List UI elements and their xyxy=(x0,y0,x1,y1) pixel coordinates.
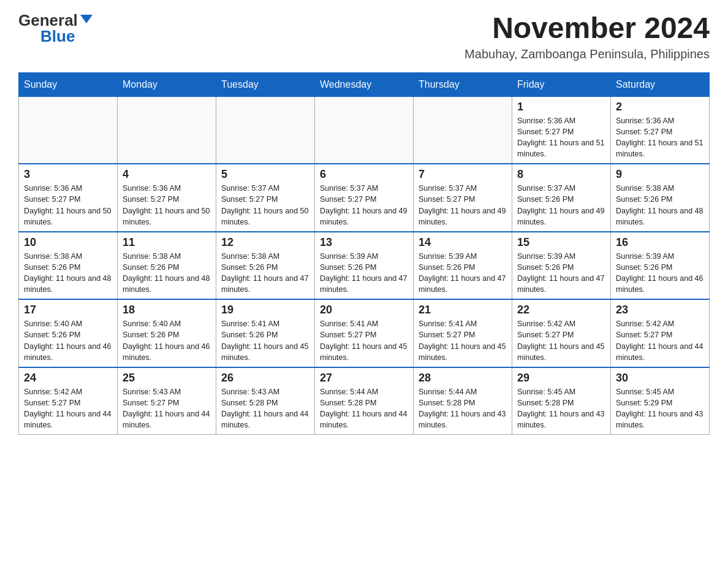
calendar-cell: 28Sunrise: 5:44 AM Sunset: 5:28 PM Dayli… xyxy=(414,367,512,435)
calendar-cell: 21Sunrise: 5:41 AM Sunset: 5:27 PM Dayli… xyxy=(414,299,512,367)
day-number: 3 xyxy=(24,168,112,181)
day-number: 5 xyxy=(221,168,309,181)
page-header: General Blue November 2024 Mabuhay, Zamb… xyxy=(18,12,710,61)
column-header-thursday: Thursday xyxy=(414,72,512,96)
column-header-monday: Monday xyxy=(118,72,216,96)
calendar-cell: 7Sunrise: 5:37 AM Sunset: 5:27 PM Daylig… xyxy=(414,164,512,232)
calendar-cell: 1Sunrise: 5:36 AM Sunset: 5:27 PM Daylig… xyxy=(512,96,611,164)
calendar-cell: 25Sunrise: 5:43 AM Sunset: 5:27 PM Dayli… xyxy=(118,367,216,435)
column-header-wednesday: Wednesday xyxy=(315,72,414,96)
day-number: 6 xyxy=(320,168,408,181)
day-info: Sunrise: 5:36 AM Sunset: 5:27 PM Dayligh… xyxy=(616,115,704,160)
calendar-cell: 3Sunrise: 5:36 AM Sunset: 5:27 PM Daylig… xyxy=(19,164,118,232)
calendar-cell: 24Sunrise: 5:42 AM Sunset: 5:27 PM Dayli… xyxy=(19,367,118,435)
logo-triangle-icon xyxy=(80,15,93,23)
day-number: 23 xyxy=(616,304,704,316)
calendar-cell: 4Sunrise: 5:36 AM Sunset: 5:27 PM Daylig… xyxy=(118,164,216,232)
day-info: Sunrise: 5:37 AM Sunset: 5:26 PM Dayligh… xyxy=(517,183,605,228)
day-number: 9 xyxy=(616,168,704,181)
calendar-cell xyxy=(19,96,118,164)
day-info: Sunrise: 5:42 AM Sunset: 5:27 PM Dayligh… xyxy=(517,318,605,363)
calendar-cell xyxy=(315,96,414,164)
day-info: Sunrise: 5:42 AM Sunset: 5:27 PM Dayligh… xyxy=(616,318,704,363)
calendar-cell: 17Sunrise: 5:40 AM Sunset: 5:26 PM Dayli… xyxy=(19,299,118,367)
calendar-cell xyxy=(118,96,216,164)
day-number: 10 xyxy=(24,236,112,249)
calendar-cell: 18Sunrise: 5:40 AM Sunset: 5:26 PM Dayli… xyxy=(118,299,216,367)
day-info: Sunrise: 5:41 AM Sunset: 5:26 PM Dayligh… xyxy=(221,318,309,363)
day-number: 25 xyxy=(123,372,211,385)
calendar-cell: 30Sunrise: 5:45 AM Sunset: 5:29 PM Dayli… xyxy=(611,367,710,435)
calendar-week-row: 24Sunrise: 5:42 AM Sunset: 5:27 PM Dayli… xyxy=(19,367,710,435)
day-info: Sunrise: 5:39 AM Sunset: 5:26 PM Dayligh… xyxy=(419,251,507,296)
calendar-cell: 23Sunrise: 5:42 AM Sunset: 5:27 PM Dayli… xyxy=(611,299,710,367)
day-number: 4 xyxy=(123,168,211,181)
day-info: Sunrise: 5:39 AM Sunset: 5:26 PM Dayligh… xyxy=(616,251,704,296)
day-number: 30 xyxy=(616,372,704,385)
day-info: Sunrise: 5:40 AM Sunset: 5:26 PM Dayligh… xyxy=(123,318,211,363)
day-number: 27 xyxy=(320,372,408,385)
calendar-cell: 27Sunrise: 5:44 AM Sunset: 5:28 PM Dayli… xyxy=(315,367,414,435)
day-number: 16 xyxy=(616,236,704,249)
day-number: 26 xyxy=(221,372,309,385)
calendar-cell: 22Sunrise: 5:42 AM Sunset: 5:27 PM Dayli… xyxy=(512,299,611,367)
day-number: 19 xyxy=(221,304,309,316)
calendar-cell: 2Sunrise: 5:36 AM Sunset: 5:27 PM Daylig… xyxy=(611,96,710,164)
day-info: Sunrise: 5:43 AM Sunset: 5:27 PM Dayligh… xyxy=(123,386,211,431)
calendar-table: SundayMondayTuesdayWednesdayThursdayFrid… xyxy=(18,72,710,435)
day-number: 2 xyxy=(616,101,704,113)
day-info: Sunrise: 5:41 AM Sunset: 5:27 PM Dayligh… xyxy=(419,318,507,363)
day-info: Sunrise: 5:39 AM Sunset: 5:26 PM Dayligh… xyxy=(320,251,408,296)
calendar-header-row: SundayMondayTuesdayWednesdayThursdayFrid… xyxy=(19,72,710,96)
day-number: 20 xyxy=(320,304,408,316)
title-section: November 2024 Mabuhay, Zamboanga Peninsu… xyxy=(464,12,710,61)
day-number: 14 xyxy=(419,236,507,249)
calendar-week-row: 3Sunrise: 5:36 AM Sunset: 5:27 PM Daylig… xyxy=(19,164,710,232)
calendar-cell: 11Sunrise: 5:38 AM Sunset: 5:26 PM Dayli… xyxy=(118,232,216,300)
calendar-cell: 9Sunrise: 5:38 AM Sunset: 5:26 PM Daylig… xyxy=(611,164,710,232)
day-number: 11 xyxy=(123,236,211,249)
day-number: 28 xyxy=(419,372,507,385)
day-info: Sunrise: 5:44 AM Sunset: 5:28 PM Dayligh… xyxy=(419,386,507,431)
calendar-cell: 14Sunrise: 5:39 AM Sunset: 5:26 PM Dayli… xyxy=(414,232,512,300)
day-info: Sunrise: 5:38 AM Sunset: 5:26 PM Dayligh… xyxy=(616,183,704,228)
day-info: Sunrise: 5:45 AM Sunset: 5:28 PM Dayligh… xyxy=(517,386,605,431)
calendar-week-row: 17Sunrise: 5:40 AM Sunset: 5:26 PM Dayli… xyxy=(19,299,710,367)
logo-blue-text: Blue xyxy=(40,28,75,44)
day-info: Sunrise: 5:37 AM Sunset: 5:27 PM Dayligh… xyxy=(221,183,309,228)
calendar-cell: 6Sunrise: 5:37 AM Sunset: 5:27 PM Daylig… xyxy=(315,164,414,232)
calendar-cell: 20Sunrise: 5:41 AM Sunset: 5:27 PM Dayli… xyxy=(315,299,414,367)
day-info: Sunrise: 5:38 AM Sunset: 5:26 PM Dayligh… xyxy=(24,251,112,296)
calendar-week-row: 10Sunrise: 5:38 AM Sunset: 5:26 PM Dayli… xyxy=(19,232,710,300)
calendar-week-row: 1Sunrise: 5:36 AM Sunset: 5:27 PM Daylig… xyxy=(19,96,710,164)
day-info: Sunrise: 5:38 AM Sunset: 5:26 PM Dayligh… xyxy=(221,251,309,296)
main-title: November 2024 xyxy=(464,12,710,45)
calendar-cell: 19Sunrise: 5:41 AM Sunset: 5:26 PM Dayli… xyxy=(216,299,315,367)
day-number: 13 xyxy=(320,236,408,249)
calendar-cell xyxy=(414,96,512,164)
day-info: Sunrise: 5:36 AM Sunset: 5:27 PM Dayligh… xyxy=(517,115,605,160)
calendar-cell: 8Sunrise: 5:37 AM Sunset: 5:26 PM Daylig… xyxy=(512,164,611,232)
day-number: 7 xyxy=(419,168,507,181)
day-info: Sunrise: 5:39 AM Sunset: 5:26 PM Dayligh… xyxy=(517,251,605,296)
day-info: Sunrise: 5:45 AM Sunset: 5:29 PM Dayligh… xyxy=(616,386,704,431)
calendar-cell xyxy=(216,96,315,164)
day-number: 29 xyxy=(517,372,605,385)
calendar-cell: 26Sunrise: 5:43 AM Sunset: 5:28 PM Dayli… xyxy=(216,367,315,435)
day-info: Sunrise: 5:41 AM Sunset: 5:27 PM Dayligh… xyxy=(320,318,408,363)
day-info: Sunrise: 5:40 AM Sunset: 5:26 PM Dayligh… xyxy=(24,318,112,363)
calendar-cell: 29Sunrise: 5:45 AM Sunset: 5:28 PM Dayli… xyxy=(512,367,611,435)
calendar-cell: 13Sunrise: 5:39 AM Sunset: 5:26 PM Dayli… xyxy=(315,232,414,300)
calendar-cell: 16Sunrise: 5:39 AM Sunset: 5:26 PM Dayli… xyxy=(611,232,710,300)
day-number: 1 xyxy=(517,101,605,113)
day-info: Sunrise: 5:36 AM Sunset: 5:27 PM Dayligh… xyxy=(24,183,112,228)
day-info: Sunrise: 5:38 AM Sunset: 5:26 PM Dayligh… xyxy=(123,251,211,296)
column-header-friday: Friday xyxy=(512,72,611,96)
column-header-tuesday: Tuesday xyxy=(216,72,315,96)
logo: General Blue xyxy=(18,12,93,44)
day-info: Sunrise: 5:43 AM Sunset: 5:28 PM Dayligh… xyxy=(221,386,309,431)
day-number: 17 xyxy=(24,304,112,316)
day-info: Sunrise: 5:37 AM Sunset: 5:27 PM Dayligh… xyxy=(419,183,507,228)
subtitle: Mabuhay, Zamboanga Peninsula, Philippine… xyxy=(464,47,710,61)
day-info: Sunrise: 5:44 AM Sunset: 5:28 PM Dayligh… xyxy=(320,386,408,431)
